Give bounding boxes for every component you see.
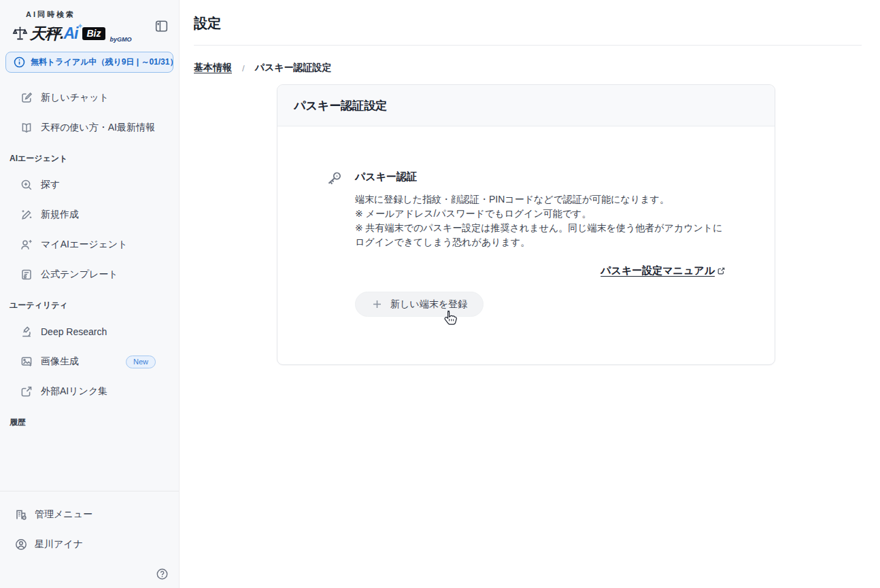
sidebar-spacer (0, 434, 179, 491)
sidebar-item-search-agent[interactable]: 探す (0, 170, 179, 200)
sidebar-nav: 新しいチャット 天秤の使い方・AI最新情報 AIエージェント (0, 83, 179, 434)
external-link-icon (20, 385, 33, 398)
panel-toggle-icon (155, 20, 168, 33)
trial-banner-text: 無料トライアル中（残り9日 | ～01/31） (31, 56, 177, 68)
logo-area: AI同時検索 (0, 0, 179, 44)
card-header: パスキー認証設定 (277, 85, 775, 126)
sidebar-item-image-generation[interactable]: 画像生成 New (0, 347, 179, 377)
balance-scale-icon (12, 26, 28, 41)
register-device-button[interactable]: 新しい端末を登録 (355, 292, 484, 317)
trial-banner[interactable]: 無料トライアル中（残り9日 | ～01/31） (5, 52, 173, 73)
biz-badge: Biz (82, 27, 105, 40)
sidebar-item-external-ai-links[interactable]: 外部AIリンク集 (0, 377, 179, 407)
card-body: パスキー認証 端末に登録した指紋・顔認証・PINコードなどで認証が可能になります… (277, 126, 775, 317)
wordmark: 天秤.Ai✦ (30, 23, 78, 44)
card-header-title: パスキー認証設定 (294, 98, 387, 114)
sidebar-toggle-button[interactable] (153, 18, 169, 34)
sidebar-item-label: Deep Research (41, 326, 107, 337)
sidebar-item-label: 管理メニュー (35, 508, 92, 521)
person-plus-icon (20, 238, 33, 252)
main-header: 設定 (180, 0, 880, 46)
sidebar-item-label: マイAIエージェント (41, 239, 128, 251)
sidebar-item-label: 探す (41, 179, 60, 191)
manual-link-label: パスキー設定マニュアル (600, 264, 715, 277)
help-button[interactable] (156, 568, 169, 581)
user-circle-icon (14, 538, 28, 551)
description-line: ※ メールアドレス/パスワードでもログイン可能です。 (355, 207, 726, 221)
description-line: ※ 共有端末でのパスキー設定は推奨されません。同じ端末を使う他者がアカウントにロ… (355, 221, 726, 249)
book-icon (20, 121, 33, 135)
breadcrumb-basic-info[interactable]: 基本情報 (194, 62, 232, 74)
passkey-section: パスキー認証 端末に登録した指紋・顔認証・PINコードなどで認証が可能になります… (324, 169, 726, 317)
pen-sparkle-icon (20, 208, 33, 222)
sidebar: AI同時検索 (0, 0, 180, 588)
info-icon (14, 56, 25, 68)
wordmark-black: 天秤. (30, 24, 63, 42)
new-chat-icon (20, 91, 33, 105)
section-label-ai-agent: AIエージェント (0, 143, 179, 170)
passkey-settings-card: パスキー認証設定 (277, 84, 775, 365)
section-label-history: 履歴 (0, 407, 179, 434)
passkey-section-title: パスキー認証 (355, 169, 726, 184)
breadcrumb-passkey-settings[interactable]: パスキー認証設定 (255, 62, 332, 74)
by-gmo-label: byGMO (109, 36, 131, 43)
sidebar-item-my-agent[interactable]: マイAIエージェント (0, 230, 179, 260)
sidebar-item-admin-menu[interactable]: 管理メニュー (0, 500, 179, 530)
account-name-label: 星川アイナ (35, 538, 83, 551)
sidebar-item-label: 外部AIリンク集 (41, 385, 107, 398)
sidebar-item-label: 画像生成 (41, 356, 79, 368)
manual-link-row: パスキー設定マニュアル (355, 264, 726, 277)
app-logo[interactable]: 天秤.Ai✦ Biz byGMO (12, 23, 168, 44)
passkey-description: 端末に登録した指紋・顔認証・PINコードなどで認証が可能になります。 ※ メール… (355, 192, 726, 249)
breadcrumb-separator: / (242, 63, 245, 73)
wordmark-blue: Ai✦ (63, 24, 78, 42)
breadcrumb: 基本情報 / パスキー認証設定 (194, 62, 862, 74)
sidebar-item-deep-research[interactable]: Deep Research (0, 317, 179, 347)
sidebar-item-guide[interactable]: 天秤の使い方・AI最新情報 (0, 113, 179, 143)
sidebar-item-create-new[interactable]: 新規作成 (0, 200, 179, 230)
passkey-content: パスキー認証 端末に登録した指紋・顔認証・PINコードなどで認証が可能になります… (355, 169, 726, 317)
sidebar-item-label: 新規作成 (41, 209, 79, 221)
sidebar-item-new-chat[interactable]: 新しいチャット (0, 83, 179, 113)
help-row (0, 559, 179, 588)
new-badge: New (126, 356, 156, 368)
sidebar-item-label: 新しいチャット (41, 92, 109, 104)
plus-icon (371, 298, 383, 310)
page-title: 設定 (194, 14, 862, 33)
main-content: 設定 基本情報 / パスキー認証設定 パスキー認証設定 (180, 0, 880, 588)
register-device-button-label: 新しい端末を登録 (390, 298, 467, 311)
key-icon (324, 169, 344, 317)
app-window: AI同時検索 (0, 0, 880, 588)
external-link-small-icon (717, 266, 726, 275)
image-icon (20, 355, 33, 368)
building-gear-icon (14, 508, 28, 521)
sidebar-item-official-templates[interactable]: 公式テンプレート (0, 260, 179, 290)
sparkle-icon: ✦ (77, 22, 82, 31)
passkey-manual-link[interactable]: パスキー設定マニュアル (600, 264, 726, 277)
microscope-icon (20, 325, 33, 339)
sidebar-item-label: 公式テンプレート (41, 269, 118, 281)
search-plus-icon (20, 178, 33, 192)
sidebar-footer: 管理メニュー 星川アイナ (0, 491, 179, 588)
sidebar-item-label: 天秤の使い方・AI最新情報 (41, 122, 155, 134)
sidebar-item-account[interactable]: 星川アイナ (0, 530, 179, 559)
header-divider (194, 45, 862, 46)
template-document-icon (20, 268, 33, 281)
section-label-utility: ユーティリティ (0, 290, 179, 317)
description-line: 端末に登録した指紋・顔認証・PINコードなどで認証が可能になります。 (355, 192, 726, 207)
logo-tagline: AI同時検索 (26, 10, 168, 20)
